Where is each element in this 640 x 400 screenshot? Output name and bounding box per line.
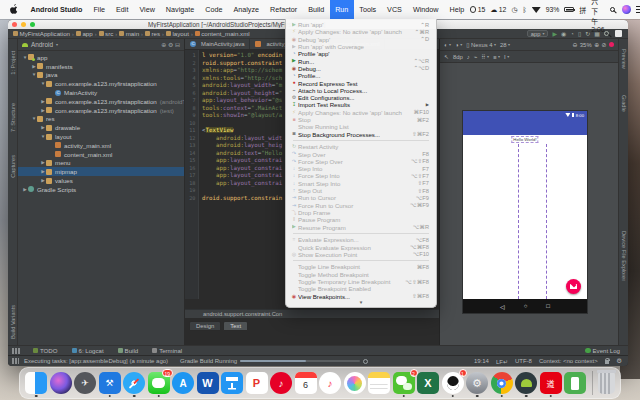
- run-menu-item-step-out[interactable]: ↑Step Out⇧F8: [286, 187, 436, 194]
- dock-icon-netease[interactable]: ♪: [270, 372, 292, 394]
- run-menu-item-profile[interactable]: ◔Profile...: [286, 72, 436, 79]
- encoding-label[interactable]: UTF-8: [515, 358, 532, 364]
- dock-icon-itunes[interactable]: ♪: [319, 372, 341, 394]
- editor-breadcrumb[interactable]: android.support.constraint.Con: [185, 309, 439, 318]
- breadcrumb-main[interactable]: main: [119, 30, 139, 37]
- menu-help[interactable]: Help: [444, 0, 470, 19]
- tree-item-com-example-a123-myfirstapplication-test[interactable]: ▶com.example.a123.myfirstapplication(tes…: [18, 106, 184, 115]
- theme-selector[interactable]: ◐▾: [444, 42, 451, 48]
- autoconnect-icon[interactable]: ⌁: [474, 54, 478, 60]
- clock-label[interactable]: 周六 下午2:06: [591, 0, 604, 33]
- tool-window-todo[interactable]: TODO: [26, 346, 65, 355]
- menu-refactor[interactable]: Refactor: [264, 0, 302, 19]
- menu-analyze[interactable]: Analyze: [228, 0, 265, 19]
- event-log-button[interactable]: Event Log: [585, 347, 628, 354]
- run-menu-item-force-step-into[interactable]: ↓Force Step Into⌥⇧F7: [286, 172, 436, 179]
- run-menu-item-toggle-method-breakpoint[interactable]: Toggle Method Breakpoint: [286, 271, 436, 278]
- zoom-in-icon[interactable]: ⊕: [594, 42, 599, 48]
- menu-vcs[interactable]: VCS: [382, 0, 408, 19]
- dock-icon-youdao[interactable]: 道: [540, 372, 562, 394]
- menu-tools[interactable]: Tools: [354, 0, 382, 19]
- caret-position-label[interactable]: 19:14: [474, 358, 489, 364]
- apple-menu[interactable]: [0, 4, 25, 15]
- dock-icon-greenapp[interactable]: [564, 372, 586, 394]
- dock-icon-p-app[interactable]: P: [246, 372, 268, 394]
- run-menu-item-profile-app[interactable]: ◔Profile 'app': [286, 50, 436, 57]
- breadcrumb-layout[interactable]: layout: [166, 30, 189, 37]
- run-menu-item-force-step-over[interactable]: ↷Force Step Over⌥⇧F8: [286, 158, 436, 165]
- preview-textview[interactable]: Hello World!: [511, 136, 538, 143]
- run-menu-item-edit-configurations[interactable]: ⚙Edit Configurations...: [286, 94, 436, 101]
- run-menu-item-debug[interactable]: ◉Debug...⌃⌥D: [286, 65, 436, 72]
- tree-item-gradle-scripts[interactable]: ▶Gradle Scripts: [18, 185, 184, 194]
- orientation-selector[interactable]: ◑▾: [455, 42, 462, 48]
- dock-icon-excel[interactable]: X: [417, 372, 439, 394]
- device-selector[interactable]: ▯ Nexus 4 ▾: [466, 42, 496, 48]
- dock-icon-safari[interactable]: [123, 372, 145, 394]
- qq-icon[interactable]: 15: [470, 6, 486, 13]
- project-panel-actions[interactable]: ⊕ ⚙ ⊟: [161, 41, 180, 48]
- run-menu-item-show-execution-point[interactable]: ◎Show Execution Point⌥F10: [286, 251, 436, 258]
- battery-icon[interactable]: [564, 7, 574, 13]
- api-selector[interactable]: 28 ▾: [500, 42, 510, 48]
- run-menu-item-run-app[interactable]: ▶Run 'app'⌃R: [286, 21, 436, 28]
- bluetooth-icon[interactable]: ᛒ: [523, 6, 527, 13]
- dock-icon-word[interactable]: W: [197, 372, 219, 394]
- grid-size-label[interactable]: 8dp: [453, 54, 463, 60]
- dock-icon-messages[interactable]: 19: [148, 372, 170, 394]
- run-menu-item-step-over[interactable]: ↷Step OverF8: [286, 150, 436, 157]
- tool-button-preview[interactable]: Preview: [621, 49, 627, 69]
- dock-icon-launchpad[interactable]: ✈: [74, 372, 96, 394]
- align-menu[interactable]: ≡▾: [493, 54, 500, 60]
- tree-item-mipmap[interactable]: ▶mipmap: [18, 167, 184, 176]
- guidelines-menu[interactable]: ⠿▾: [481, 54, 489, 60]
- run-menu-item-stop-background-processes[interactable]: ◙Stop Background Processes...⇧⌘F2: [286, 130, 436, 137]
- dock-icon-photos[interactable]: [344, 372, 366, 394]
- tool-button-1-project[interactable]: 1: Project: [10, 51, 16, 75]
- menu-view[interactable]: View: [134, 0, 160, 19]
- minimize-window-button[interactable]: [21, 22, 26, 27]
- breadcrumb-app[interactable]: app: [76, 30, 93, 37]
- run-menu-item-run-to-cursor[interactable]: ⇥Run to Cursor⌥F9: [286, 194, 436, 201]
- dock-icon-chrome[interactable]: [491, 372, 513, 394]
- menu-build[interactable]: Build: [303, 0, 330, 19]
- dock-icon-trash[interactable]: [598, 372, 615, 394]
- dock-icon-xcode[interactable]: ⚒: [99, 372, 121, 394]
- dock-icon-keynote[interactable]: [221, 372, 243, 394]
- tree-item-app[interactable]: ▼app: [18, 53, 184, 62]
- dock-icon-notes[interactable]: [368, 372, 390, 394]
- menu-code[interactable]: Code: [200, 0, 228, 19]
- tree-item-manifests[interactable]: ▶manifests: [18, 62, 184, 71]
- timemachine-icon[interactable]: ◷: [511, 6, 517, 14]
- wifi-icon[interactable]: [532, 6, 541, 13]
- line-ending-label[interactable]: LF↵: [496, 358, 508, 365]
- run-menu-item-toggle-line-breakpoint[interactable]: Toggle Line Breakpoint⌘F8: [286, 263, 436, 270]
- tool-button-gradle[interactable]: Gradle: [621, 95, 627, 112]
- notification-center-icon[interactable]: [636, 6, 640, 13]
- run-menu-item-toggle-breakpoint-enabled[interactable]: Toggle Breakpoint Enabled: [286, 285, 436, 292]
- tree-item-menu[interactable]: ▶menu: [18, 159, 184, 168]
- run-menu-item-quick-evaluate-expression[interactable]: Quick Evaluate Expression⌥⌘F8: [286, 243, 436, 250]
- mode-tab-text[interactable]: Text: [223, 321, 248, 331]
- run-menu-item-attach-to-local-process[interactable]: ⌁Attach to Local Process...: [286, 87, 436, 94]
- project-view-header[interactable]: Android ▾ ⊕ ⚙ ⊟: [18, 39, 184, 51]
- tree-item-content-main-xml[interactable]: content_main.xml: [18, 150, 184, 159]
- run-menu-item-toggle-temporary-line-breakpoint[interactable]: Toggle Temporary Line Breakpoint⌥⇧⌘F8: [286, 278, 436, 285]
- tool-button-captures[interactable]: Captures: [10, 155, 16, 178]
- zoom-fit-icon[interactable]: ⊘: [602, 42, 607, 48]
- menu-android-studio[interactable]: Android Studio: [25, 0, 88, 19]
- tool-button-device-file-explorer[interactable]: Device File Explorer: [621, 231, 627, 281]
- run-menu-item-apply-changes-no-active-app-launch[interactable]: ⚡Apply Changes: No active 'app' launch⌘F…: [286, 109, 436, 116]
- dock-icon-finder[interactable]: [25, 372, 47, 394]
- tool-window-logcat[interactable]: 6: Logcat: [65, 346, 111, 355]
- run-menu-item-run-app-with-coverage[interactable]: ▶Run 'app' with Coverage: [286, 43, 436, 50]
- run-menu-item-drop-frame[interactable]: ⤵Drop Frame: [286, 209, 436, 216]
- menu-edit[interactable]: Edit: [111, 0, 134, 19]
- tree-item-values[interactable]: ▶values: [18, 176, 184, 185]
- close-window-button[interactable]: [12, 22, 17, 27]
- siri-icon[interactable]: [622, 5, 631, 14]
- battery-label[interactable]: 93%: [546, 6, 560, 13]
- tree-item-res[interactable]: ▼res: [18, 115, 184, 124]
- breadcrumb-myfirstapplication[interactable]: MyFirstApplication: [13, 30, 70, 37]
- tree-item-java[interactable]: ▼java: [18, 71, 184, 80]
